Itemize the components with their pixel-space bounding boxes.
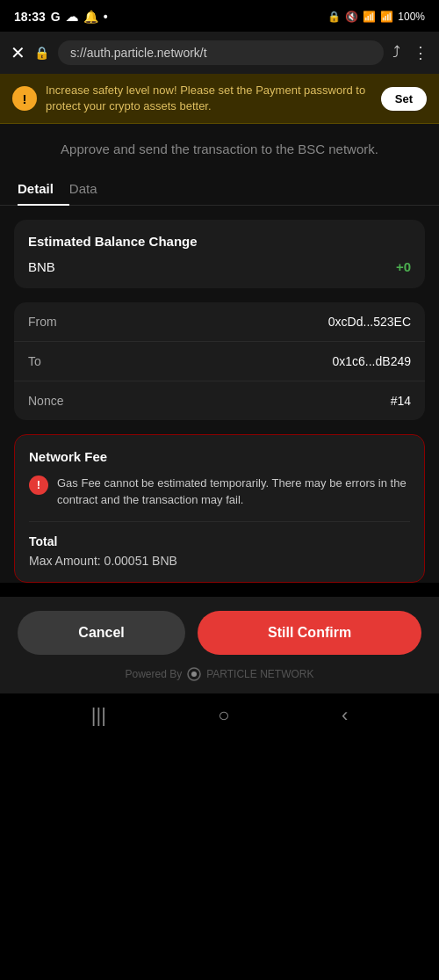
from-label: From [28,315,57,329]
to-address: 0x1c6...dB249 [332,354,411,368]
powered-by-text: Powered By [126,668,183,680]
nav-back-button[interactable]: ‹ [342,704,348,727]
nonce-value: #14 [391,394,411,408]
tx-info-card: From 0xcDd...523EC To 0x1c6...dB249 Nonc… [14,302,425,420]
dot-indicator: • [104,10,108,24]
carrier-icon: G [51,10,61,24]
tab-data[interactable]: Data [69,172,113,205]
brand-name: PARTICLE NETWORK [206,668,313,680]
browser-actions: ⤴ ⋮ [392,43,428,62]
still-confirm-button[interactable]: Still Confirm [198,611,421,655]
menu-icon[interactable]: ⋮ [413,43,428,62]
notification-icon: 🔔 [83,10,98,24]
nav-menu-button[interactable]: ||| [91,704,106,727]
max-amount: Max Amount: 0.00051 BNB [29,554,410,568]
bottom-section: Cancel Still Confirm Powered By PARTICLE… [0,597,439,693]
lock-icon: 🔒 [327,11,341,23]
cloud-icon: ☁ [66,10,78,24]
warning-banner: ! Increase safety level now! Please set … [0,74,439,124]
fee-error-row: ! Gas Fee cannot be estimated temporaril… [29,475,410,522]
network-fee-title: Network Fee [29,449,410,464]
svg-point-1 [191,671,197,677]
status-right: 🔒 🔇 📶 📶 100% [327,11,425,23]
button-row: Cancel Still Confirm [18,611,421,655]
share-icon[interactable]: ⤴ [392,43,400,62]
particle-logo-icon [187,667,201,681]
from-row: From 0xcDd...523EC [14,302,425,342]
mute-icon: 🔇 [345,11,358,23]
warning-icon: ! [12,86,37,111]
from-address: 0xcDd...523EC [328,315,411,329]
url-bar[interactable]: s://auth.particle.network/t [58,40,384,65]
browser-close-button[interactable]: ✕ [11,42,25,63]
token-name: BNB [28,259,55,274]
set-password-button[interactable]: Set [381,87,427,111]
signal-icon: 📶 [380,11,393,23]
browser-bar: ✕ 🔒 s://auth.particle.network/t ⤴ ⋮ [0,32,439,74]
battery-display: 100% [398,11,425,23]
to-label: To [28,354,41,368]
nonce-row: Nonce #14 [14,381,425,420]
warning-text: Increase safety level now! Please set th… [46,83,372,114]
lock-icon: 🔒 [34,46,49,60]
error-icon: ! [29,475,48,495]
to-row: To 0x1c6...dB249 [14,342,425,381]
status-left: 18:33 G ☁ 🔔 • [14,10,108,24]
balance-value: +0 [396,259,411,274]
tab-detail[interactable]: Detail [18,172,69,205]
time-display: 18:33 [14,10,46,24]
tabs: Detail Data [0,172,439,206]
nonce-label: Nonce [28,394,63,408]
status-bar: 18:33 G ☁ 🔔 • 🔒 🔇 📶 📶 100% [0,0,439,32]
estimated-balance-title: Estimated Balance Change [28,234,411,249]
nav-home-button[interactable]: ○ [218,704,229,727]
cancel-button[interactable]: Cancel [18,611,185,655]
nav-bar: ||| ○ ‹ [0,693,439,737]
transaction-header: Approve and send the transaction to the … [0,124,439,172]
main-content: Approve and send the transaction to the … [0,124,439,583]
powered-by: Powered By PARTICLE NETWORK [18,667,421,685]
balance-row: BNB +0 [28,259,411,274]
estimated-balance-card: Estimated Balance Change BNB +0 [14,220,425,288]
wifi-icon: 📶 [363,11,376,23]
fee-error-text: Gas Fee cannot be estimated temporarily.… [57,475,410,509]
network-fee-card: Network Fee ! Gas Fee cannot be estimate… [14,434,425,583]
total-label: Total [29,534,410,548]
